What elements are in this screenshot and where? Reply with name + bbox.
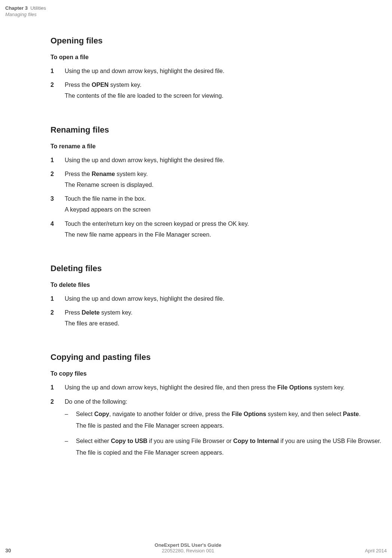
step-text: Press the OPEN system key.	[65, 81, 388, 89]
footer-center: OneExpert DSL User's Guide 22052280, Rev…	[154, 542, 221, 554]
step-body: Using the up and down arrow keys, highli…	[65, 383, 388, 392]
bullet-text: Select Copy, navigate to another folder …	[76, 410, 388, 418]
step-body: Using the up and down arrow keys, highli…	[65, 156, 388, 164]
step-text: Using the up and down arrow keys, highli…	[65, 67, 388, 75]
doc-id: 22052280, Revision 001	[154, 548, 221, 554]
step-body: Press the OPEN system key. The contents …	[65, 81, 388, 100]
step-result: The Rename screen is displayed.	[65, 181, 388, 189]
step-text: Press Delete system key.	[65, 308, 388, 317]
step-text: Touch the enter/return key on the screen…	[65, 219, 388, 228]
step-row: 2 Press Delete system key. The files are…	[50, 308, 388, 328]
sub-bullet: – Select either Copy to USB if you are u…	[65, 437, 388, 460]
step-number: 4	[50, 219, 65, 239]
sub-heading-rename-file: To rename a file	[50, 143, 388, 150]
step-number: 1	[50, 294, 65, 303]
footer-date: April 2014	[365, 548, 387, 554]
sub-bullet: – Select Copy, navigate to another folde…	[65, 410, 388, 433]
page-number: 30	[5, 548, 11, 554]
bullet-body: Select either Copy to USB if you are usi…	[76, 437, 388, 460]
step-text: Using the up and down arrow keys, highli…	[65, 156, 388, 164]
sub-heading-open-file: To open a file	[50, 54, 388, 61]
step-number: 2	[50, 397, 65, 463]
section-heading-renaming: Renaming files	[50, 125, 388, 135]
step-number: 2	[50, 170, 65, 189]
step-text: Using the up and down arrow keys, highli…	[65, 383, 388, 392]
sub-heading-delete-files: To delete files	[50, 282, 388, 288]
bullet-text: Select either Copy to USB if you are usi…	[76, 437, 388, 445]
step-row: 1 Using the up and down arrow keys, high…	[50, 67, 388, 75]
step-number: 1	[50, 67, 65, 75]
chapter-title: Utilities	[30, 5, 46, 11]
step-number: 3	[50, 194, 65, 214]
bullet-result: The file is pasted and the File Manager …	[76, 421, 388, 430]
step-row: 4 Touch the enter/return key on the scre…	[50, 219, 388, 239]
step-result: A keypad appears on the screen	[65, 205, 388, 214]
bullet-result: The file is copied and the File Manager …	[76, 448, 388, 457]
step-body: Press Delete system key. The files are e…	[65, 308, 388, 328]
page-footer: 30 OneExpert DSL User's Guide 22052280, …	[0, 542, 392, 554]
step-body: Press the Rename system key. The Rename …	[65, 170, 388, 189]
step-row: 1 Using the up and down arrow keys, high…	[50, 294, 388, 303]
section-heading-opening: Opening files	[50, 36, 388, 46]
step-body: Do one of the following: – Select Copy, …	[65, 397, 388, 463]
section-heading-deleting: Deleting files	[50, 264, 388, 273]
step-row: 1 Using the up and down arrow keys, high…	[50, 383, 388, 392]
step-row: 2 Do one of the following: – Select Copy…	[50, 397, 388, 463]
bullet-body: Select Copy, navigate to another folder …	[76, 410, 388, 433]
step-number: 2	[50, 81, 65, 100]
step-number: 2	[50, 308, 65, 328]
step-text: Press the Rename system key.	[65, 170, 388, 178]
step-row: 1 Using the up and down arrow keys, high…	[50, 156, 388, 164]
guide-title: OneExpert DSL User's Guide	[154, 542, 221, 548]
step-result: The files are erased.	[65, 319, 388, 328]
step-result: The new file name appears in the File Ma…	[65, 230, 388, 239]
step-row: 3 Touch the file name in the box. A keyp…	[50, 194, 388, 214]
chapter-label: Chapter 3	[5, 5, 28, 11]
header-subtitle: Managing files	[5, 12, 392, 17]
section-heading-copying: Copying and pasting files	[50, 352, 388, 362]
step-text: Do one of the following:	[65, 397, 388, 406]
step-body: Touch the enter/return key on the screen…	[65, 219, 388, 239]
step-number: 1	[50, 156, 65, 164]
page-content: Opening files To open a file 1 Using the…	[0, 17, 392, 463]
step-row: 2 Press the OPEN system key. The content…	[50, 81, 388, 100]
step-body: Using the up and down arrow keys, highli…	[65, 294, 388, 303]
chapter-line: Chapter 3 Utilities	[5, 5, 392, 11]
sub-heading-copy-files: To copy files	[50, 370, 388, 377]
bullet-dash: –	[65, 410, 76, 433]
step-text: Touch the file name in the box.	[65, 194, 388, 203]
step-number: 1	[50, 383, 65, 392]
step-text: Using the up and down arrow keys, highli…	[65, 294, 388, 303]
step-row: 2 Press the Rename system key. The Renam…	[50, 170, 388, 189]
step-body: Using the up and down arrow keys, highli…	[65, 67, 388, 75]
bullet-dash: –	[65, 437, 76, 460]
step-result: The contents of the file are loaded to t…	[65, 91, 388, 100]
page-header: Chapter 3 Utilities Managing files	[0, 0, 392, 17]
step-body: Touch the file name in the box. A keypad…	[65, 194, 388, 214]
